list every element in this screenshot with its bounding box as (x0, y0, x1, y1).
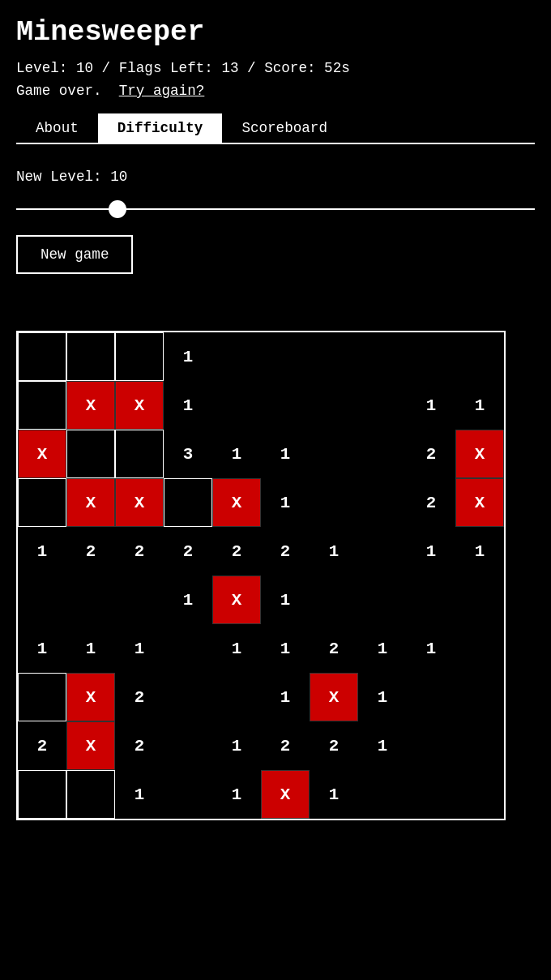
table-row[interactable] (455, 721, 504, 770)
table-row[interactable] (212, 381, 261, 430)
table-row[interactable]: 2 (115, 527, 164, 576)
table-row[interactable] (18, 381, 66, 430)
table-row[interactable] (115, 430, 164, 478)
table-row[interactable]: 1 (358, 721, 407, 770)
table-row[interactable]: 1 (115, 624, 164, 673)
table-row[interactable] (407, 332, 455, 381)
table-row[interactable]: 1 (66, 624, 115, 673)
table-row[interactable]: 2 (66, 527, 115, 576)
table-row[interactable] (261, 332, 310, 381)
table-row[interactable] (18, 673, 66, 721)
table-row[interactable]: X (261, 770, 310, 819)
try-again-link[interactable]: Try again? (119, 83, 205, 99)
table-row[interactable]: 2 (261, 721, 310, 770)
table-row[interactable]: 1 (261, 673, 310, 721)
table-row[interactable] (358, 576, 407, 624)
table-row[interactable]: X (310, 673, 358, 721)
table-row[interactable]: 2 (310, 624, 358, 673)
table-row[interactable]: X (455, 430, 504, 478)
table-row[interactable]: 2 (310, 721, 358, 770)
table-row[interactable] (407, 770, 455, 819)
table-row[interactable] (455, 770, 504, 819)
table-row[interactable] (358, 478, 407, 527)
table-row[interactable] (212, 332, 261, 381)
table-row[interactable]: X (115, 381, 164, 430)
table-row[interactable]: 1 (358, 624, 407, 673)
table-row[interactable]: 1 (164, 332, 212, 381)
table-row[interactable]: 2 (164, 527, 212, 576)
new-game-button[interactable]: New game (16, 235, 133, 274)
tab-scoreboard[interactable]: Scoreboard (222, 113, 347, 143)
difficulty-slider[interactable] (16, 199, 535, 219)
table-row[interactable]: 1 (407, 381, 455, 430)
tab-difficulty[interactable]: Difficulty (98, 113, 223, 143)
table-row[interactable] (66, 770, 115, 819)
table-row[interactable]: X (66, 381, 115, 430)
table-row[interactable] (115, 576, 164, 624)
table-row[interactable]: 1 (455, 381, 504, 430)
table-row[interactable] (18, 576, 66, 624)
table-row[interactable]: 1 (310, 527, 358, 576)
table-row[interactable]: 1 (115, 770, 164, 819)
table-row[interactable]: 2 (261, 527, 310, 576)
table-row[interactable] (66, 332, 115, 381)
table-row[interactable] (358, 381, 407, 430)
table-row[interactable] (261, 381, 310, 430)
table-row[interactable] (455, 673, 504, 721)
table-row[interactable]: 1 (358, 673, 407, 721)
table-row[interactable]: 1 (212, 770, 261, 819)
table-row[interactable] (164, 624, 212, 673)
table-row[interactable] (310, 332, 358, 381)
table-row[interactable]: 2 (212, 527, 261, 576)
table-row[interactable] (455, 624, 504, 673)
table-row[interactable] (164, 721, 212, 770)
table-row[interactable] (455, 332, 504, 381)
table-row[interactable] (164, 770, 212, 819)
table-row[interactable]: 1 (261, 478, 310, 527)
table-row[interactable] (407, 721, 455, 770)
table-row[interactable] (358, 430, 407, 478)
table-row[interactable]: 2 (115, 673, 164, 721)
table-row[interactable] (18, 770, 66, 819)
table-row[interactable]: 1 (212, 721, 261, 770)
table-row[interactable] (358, 770, 407, 819)
table-row[interactable] (407, 673, 455, 721)
table-row[interactable]: 1 (261, 576, 310, 624)
table-row[interactable]: 1 (261, 624, 310, 673)
table-row[interactable]: X (66, 478, 115, 527)
table-row[interactable]: 2 (407, 478, 455, 527)
table-row[interactable]: 2 (407, 430, 455, 478)
table-row[interactable]: 3 (164, 430, 212, 478)
table-row[interactable]: X (115, 478, 164, 527)
table-row[interactable]: 1 (455, 527, 504, 576)
table-row[interactable] (18, 332, 66, 381)
table-row[interactable] (212, 673, 261, 721)
table-row[interactable]: 1 (261, 430, 310, 478)
table-row[interactable] (310, 381, 358, 430)
table-row[interactable]: 1 (164, 381, 212, 430)
table-row[interactable] (310, 576, 358, 624)
table-row[interactable]: X (212, 478, 261, 527)
table-row[interactable] (310, 478, 358, 527)
table-row[interactable]: X (66, 673, 115, 721)
tab-about[interactable]: About (16, 113, 98, 143)
table-row[interactable] (455, 576, 504, 624)
table-row[interactable] (66, 430, 115, 478)
table-row[interactable] (358, 527, 407, 576)
table-row[interactable]: 1 (407, 527, 455, 576)
table-row[interactable]: 1 (18, 624, 66, 673)
table-row[interactable]: X (455, 478, 504, 527)
table-row[interactable] (358, 332, 407, 381)
table-row[interactable]: 2 (18, 721, 66, 770)
table-row[interactable] (164, 478, 212, 527)
table-row[interactable]: 1 (212, 624, 261, 673)
table-row[interactable] (115, 332, 164, 381)
table-row[interactable]: X (18, 430, 66, 478)
table-row[interactable]: 1 (407, 624, 455, 673)
table-row[interactable]: X (212, 576, 261, 624)
table-row[interactable] (18, 478, 66, 527)
table-row[interactable] (164, 673, 212, 721)
table-row[interactable]: 1 (18, 527, 66, 576)
table-row[interactable]: 1 (164, 576, 212, 624)
table-row[interactable]: 1 (310, 770, 358, 819)
